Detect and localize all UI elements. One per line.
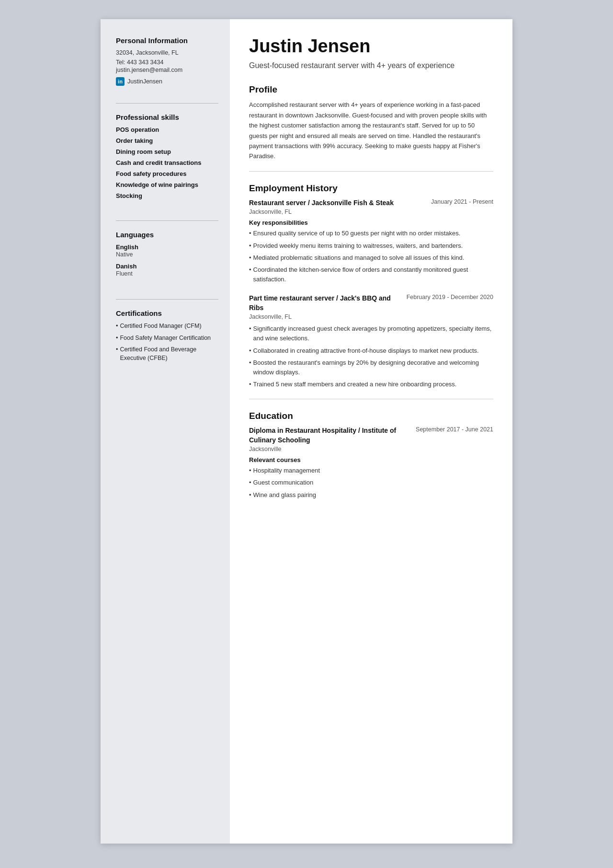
skill-5: Food safety procedures <box>116 170 218 177</box>
personal-email: justin.jensen@email.com <box>116 67 218 73</box>
employment-title: Employment History <box>249 183 493 194</box>
candidate-title: Guest-focused restaurant server with 4+ … <box>249 60 493 71</box>
job-2-bullet-1: Significantly increased guest check aver… <box>249 324 493 343</box>
job-1-location: Jacksonville, FL <box>249 208 493 215</box>
education-title: Education <box>249 411 493 421</box>
personal-address: 32034, Jacksonville, FL <box>116 49 218 56</box>
job-1-header: Restaurant server / Jacksonville Fish & … <box>249 198 493 208</box>
profile-section: Profile Accomplished restaurant server w… <box>249 84 493 162</box>
edu-1-degree: Diploma in Restaurant Hospitality <box>249 427 356 434</box>
job-2-bullet-4: Trained 5 new staff members and created … <box>249 380 493 389</box>
job-1-title: Restaurant server <box>249 199 306 207</box>
personal-info-title: Personal Information <box>116 36 218 45</box>
linkedin-icon: in <box>116 77 125 86</box>
cert-3: Certified Food and Beverage Executive (C… <box>116 346 218 362</box>
edu-1-location: Jacksonville <box>249 446 493 452</box>
job-2-location: Jacksonville, FL <box>249 313 493 320</box>
course-1: Hospitality management <box>249 466 493 475</box>
personal-tel: Tel: 443 343 3434 <box>116 59 218 66</box>
candidate-name: Justin Jensen <box>249 36 493 57</box>
job-1-bullet-1: Ensured quality service of up to 50 gues… <box>249 229 493 238</box>
skills-title: Professional skills <box>116 113 218 121</box>
job-1: Restaurant server / Jacksonville Fish & … <box>249 198 493 284</box>
skill-6: Knowledge of wine pairings <box>116 181 218 188</box>
main-content: Justin Jensen Guest-focused restaurant s… <box>230 19 512 844</box>
divider-education <box>249 399 493 399</box>
job-1-bullet-4: Coordinated the kitchen-service flow of … <box>249 265 493 284</box>
job-2-bullet-2: Collaborated in creating attractive fron… <box>249 346 493 356</box>
divider-employment <box>249 171 493 172</box>
education-section: Education Diploma in Restaurant Hospital… <box>249 411 493 500</box>
certifications-section: Certifications Certified Food Manager (C… <box>116 309 218 366</box>
job-2-dates: February 2019 - December 2020 <box>407 294 493 301</box>
divider-3 <box>116 299 218 300</box>
lang-1-name: English <box>116 243 218 251</box>
edu-1-dates: September 2017 - June 2021 <box>416 426 493 433</box>
job-1-bullet-3: Mediated problematic situations and mana… <box>249 253 493 263</box>
job-2-header: Part time restaurant server / Jack's BBQ… <box>249 294 493 312</box>
lang-2-name: Danish <box>116 263 218 270</box>
tel-value: 443 343 3434 <box>127 59 163 66</box>
edu-1-separator: / <box>358 427 362 434</box>
job-2-separator: / <box>336 294 340 302</box>
edu-1-title-school: Diploma in Restaurant Hospitality / Inst… <box>249 426 410 445</box>
certifications-title: Certifications <box>116 309 218 317</box>
job-2-bullet-3: Boosted the restaurant's earnings by 20%… <box>249 358 493 377</box>
profile-text: Accomplished restaurant server with 4+ y… <box>249 100 493 162</box>
cert-2: Food Safety Manager Certification <box>116 334 218 343</box>
job-1-subsection: Key responsibilities <box>249 219 493 226</box>
languages-section: Languages English Native Danish Fluent <box>116 231 218 282</box>
job-2: Part time restaurant server / Jack's BBQ… <box>249 294 493 389</box>
languages-title: Languages <box>116 231 218 239</box>
linkedin-row: in JustinJensen <box>116 77 218 86</box>
job-2-title-company: Part time restaurant server / Jack's BBQ… <box>249 294 401 312</box>
cert-1: Certified Food Manager (CFM) <box>116 322 218 331</box>
job-1-title-company: Restaurant server / Jacksonville Fish & … <box>249 198 425 208</box>
edu-1: Diploma in Restaurant Hospitality / Inst… <box>249 426 493 500</box>
personal-info-section: Personal Information 32034, Jacksonville… <box>116 36 218 86</box>
skill-2: Order taking <box>116 137 218 144</box>
resume: Personal Information 32034, Jacksonville… <box>101 19 512 844</box>
course-3: Wine and glass pairing <box>249 490 493 500</box>
job-1-company: Jacksonville Fish & Steak <box>312 199 394 207</box>
job-1-separator: / <box>308 199 312 207</box>
linkedin-handle: JustinJensen <box>127 78 162 85</box>
lang-1-level: Native <box>116 251 218 258</box>
sidebar: Personal Information 32034, Jacksonville… <box>101 19 230 844</box>
lang-2-level: Fluent <box>116 270 218 277</box>
skill-4: Cash and credit transactions <box>116 159 218 166</box>
employment-section: Employment History Restaurant server / J… <box>249 183 493 389</box>
course-2: Guest communication <box>249 478 493 487</box>
job-2-title: Part time restaurant server <box>249 294 334 302</box>
divider-1 <box>116 103 218 104</box>
skills-section: Professional skills POS operation Order … <box>116 113 218 203</box>
skill-1: POS operation <box>116 126 218 133</box>
divider-2 <box>116 220 218 221</box>
job-1-bullet-2: Provided weekly menu items training to w… <box>249 241 493 251</box>
tel-label: Tel: <box>116 59 125 66</box>
profile-title: Profile <box>249 84 493 95</box>
edu-1-header: Diploma in Restaurant Hospitality / Inst… <box>249 426 493 445</box>
job-1-dates: January 2021 - Present <box>431 198 493 205</box>
skill-3: Dining room setup <box>116 148 218 155</box>
skill-7: Stocking <box>116 192 218 199</box>
edu-1-subsection: Relevant courses <box>249 456 493 463</box>
